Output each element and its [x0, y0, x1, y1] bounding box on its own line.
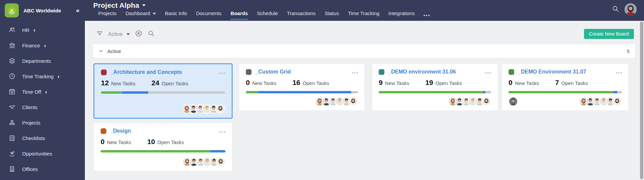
clear-filter-icon[interactable]: [135, 30, 143, 39]
board-card-custom-grid[interactable]: _Custom Grid 0New Tasks 16Open Tasks: [239, 63, 365, 111]
boards-content: Active Create New Board Active 5 _Archit…: [85, 21, 644, 180]
vertical-scrollbar[interactable]: [640, 21, 643, 179]
sidebar-item-clients[interactable]: Clients: [0, 99, 85, 115]
board-color-dot: [508, 69, 514, 75]
sidebar-item-finance[interactable]: Finance ‹: [0, 38, 85, 53]
tab-projects[interactable]: Projects: [98, 10, 116, 20]
sidebar-collapse-icon[interactable]: «: [76, 7, 79, 14]
avatar: [612, 97, 622, 106]
search-icon[interactable]: [148, 30, 155, 38]
sidebar-item-label: Time Tracking: [22, 74, 54, 79]
board-card-architecture-and-concepts[interactable]: _Architecture and Concepts 12New Tasks 2…: [94, 63, 232, 119]
tab-more[interactable]: [424, 15, 430, 20]
tab-dashboard[interactable]: Dashboard: [125, 10, 156, 20]
user-avatar[interactable]: [625, 3, 637, 15]
search-icon[interactable]: [612, 5, 619, 14]
sidebar: ABC Worldwide « HR ‹ Finance ‹: [0, 0, 85, 180]
card-menu-icon[interactable]: [348, 69, 358, 75]
more-icon: [424, 15, 425, 16]
tab-integrations[interactable]: Integrations: [388, 10, 415, 20]
card-menu-icon[interactable]: [216, 69, 225, 75]
project-title-menu[interactable]: Project Alpha: [93, 1, 146, 9]
progress-bar: [379, 91, 491, 93]
sidebar-item-hr[interactable]: HR ‹: [0, 22, 85, 38]
avatar: [216, 104, 225, 114]
create-new-board-button[interactable]: Create New Board: [584, 29, 634, 39]
sidebar-item-label: Departments: [22, 58, 51, 64]
new-tasks-count: 0: [246, 79, 250, 87]
clock-icon: [8, 72, 16, 80]
chevron-down-icon[interactable]: [99, 49, 103, 53]
cluster-icon: [8, 119, 16, 127]
avatar: [348, 97, 358, 106]
company-name: ABC Worldwide: [23, 8, 76, 13]
avatar-group: [448, 97, 491, 106]
tab-basic-info[interactable]: Basic Info: [165, 10, 187, 20]
card-menu-icon[interactable]: [482, 69, 491, 75]
new-tasks-label: New Tasks: [252, 80, 276, 86]
open-tasks-label: Open Tasks: [561, 80, 588, 86]
sidebar-item-departments[interactable]: Departments: [0, 53, 85, 69]
bank-icon: [8, 41, 16, 49]
section-header-active[interactable]: Active 5: [93, 44, 635, 58]
new-tasks-count: 0: [508, 79, 513, 87]
sidebar-item-opportunities[interactable]: Opportunities: [0, 146, 85, 161]
sidebar-item-time-off[interactable]: Time Off ‹: [0, 84, 85, 99]
sidebar-item-label: Time Off: [22, 89, 41, 95]
board-card-demo-environment-31-07[interactable]: _DEMO Environment 31.07 0New Tasks 7Open…: [501, 63, 629, 111]
project-nav-tabs: Projects Dashboard Basic Info Documents …: [98, 10, 430, 20]
sidebar-item-time-tracking[interactable]: Time Tracking ‹: [0, 69, 85, 84]
filter-funnel-icon[interactable]: [96, 30, 103, 38]
sidebar-item-checklists[interactable]: Checklists: [0, 130, 85, 146]
avatar-group: [182, 157, 225, 167]
sidebar-item-label: Finance: [22, 43, 40, 48]
board-title[interactable]: _DEMO Environment 31.07: [518, 69, 586, 75]
avatar: [482, 97, 491, 106]
people-icon: [8, 26, 16, 34]
board-color-dot: [246, 69, 252, 75]
card-menu-icon[interactable]: [612, 69, 622, 75]
sidebar-item-label: Checklists: [22, 135, 45, 141]
section-count: 5: [627, 48, 630, 54]
tab-time-tracking[interactable]: Time Tracking: [348, 10, 379, 20]
building-icon: [8, 165, 16, 173]
tab-boards[interactable]: Boards: [230, 10, 248, 20]
progress-bar: [101, 91, 225, 94]
new-tasks-count: 9: [379, 79, 383, 87]
new-tasks-label: New Tasks: [515, 80, 539, 86]
board-title[interactable]: _Architecture and Concepts: [110, 69, 182, 75]
task-stats: 9New Tasks 19Open Tasks: [379, 79, 491, 87]
task-stats: 0New Tasks 7Open Tasks: [508, 79, 622, 87]
board-owner-avatar: [508, 97, 518, 106]
open-tasks-count: 16: [292, 79, 300, 87]
section-title: Active: [107, 48, 121, 54]
board-card-design[interactable]: _Design 0New Tasks 10Open Tasks: [94, 123, 232, 171]
avatar: [508, 97, 518, 106]
sidebar-item-label: HR: [22, 27, 30, 33]
chevron-down-icon[interactable]: [126, 33, 130, 35]
tab-schedule[interactable]: Schedule: [257, 10, 278, 20]
board-color-dot: [379, 69, 384, 75]
board-title[interactable]: _Custom Grid: [255, 69, 291, 75]
company-logo-icon[interactable]: [5, 3, 19, 17]
sidebar-item-offices[interactable]: Offices: [0, 161, 85, 177]
board-color-dot: [101, 128, 106, 134]
tab-transactions[interactable]: Transactions: [287, 10, 316, 20]
task-stats: 0New Tasks 16Open Tasks: [246, 79, 358, 87]
sidebar-item-label: Projects: [22, 120, 40, 126]
sidebar-item-projects[interactable]: Projects: [0, 115, 85, 130]
task-stats: 0New Tasks 10Open Tasks: [101, 138, 225, 146]
top-header: Project Alpha Projects Dashboard Basic I…: [0, 0, 644, 21]
sidebar-item-label: Opportunities: [22, 151, 52, 156]
chevron-left-icon: ‹: [58, 74, 60, 79]
board-title[interactable]: _DEMO environment 31.06: [388, 69, 456, 75]
open-tasks-count: 10: [147, 138, 155, 146]
filter-value[interactable]: Active: [108, 31, 123, 37]
tab-documents[interactable]: Documents: [196, 10, 221, 20]
calendar-x-icon: [8, 88, 16, 96]
board-title[interactable]: _Design: [110, 128, 131, 134]
tab-status[interactable]: Status: [325, 10, 339, 20]
board-card-demo-environment-31-06[interactable]: _DEMO environment 31.06 9New Tasks 19Ope…: [372, 63, 498, 111]
card-menu-icon[interactable]: [216, 128, 225, 134]
chevron-left-icon: ‹: [44, 43, 46, 48]
